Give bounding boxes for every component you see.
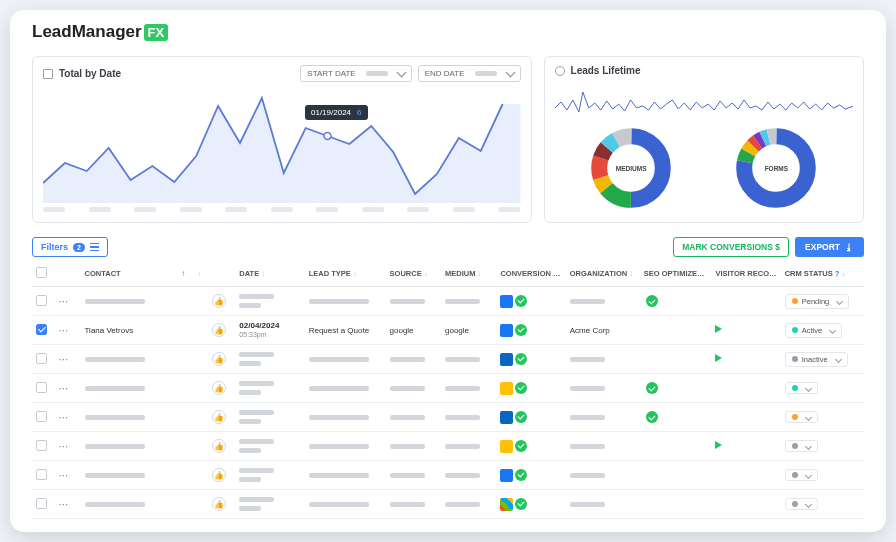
seo-cell xyxy=(640,403,712,432)
thumbs-up-icon[interactable]: 👍 xyxy=(212,468,226,482)
row-menu-icon[interactable]: ··· xyxy=(59,500,69,509)
start-date-select[interactable]: START DATE xyxy=(300,65,411,82)
seo-cell xyxy=(640,490,712,519)
network-icon xyxy=(500,440,513,453)
thumbs-up-icon[interactable]: 👍 xyxy=(212,294,226,308)
row-menu-icon[interactable]: ··· xyxy=(59,442,69,451)
end-date-select[interactable]: END DATE xyxy=(418,65,521,82)
row-menu-icon[interactable]: ··· xyxy=(59,326,69,335)
medium-cell: google xyxy=(441,316,496,345)
status-dot-icon xyxy=(792,298,798,304)
sort-asc-icon[interactable]: ↑ xyxy=(181,269,185,278)
source-cell xyxy=(386,287,441,316)
visitor-cell xyxy=(711,316,780,345)
row-menu-icon[interactable]: ··· xyxy=(59,355,69,364)
topbar: LeadManagerFX xyxy=(10,10,886,50)
table-header: CONTACT ↑ ↓ DATE↓ LEAD TYPE↓ SOURCE↓ MED… xyxy=(32,261,864,287)
seo-cell xyxy=(640,345,712,374)
col-seo[interactable]: SEO OPTIMIZED↓ xyxy=(640,261,712,287)
seo-cell xyxy=(640,374,712,403)
check-icon xyxy=(515,324,527,336)
visitor-cell xyxy=(711,374,780,403)
lead-type-cell xyxy=(305,374,386,403)
org-cell xyxy=(566,374,640,403)
donut-forms: FORMS xyxy=(734,126,818,210)
date-cell xyxy=(235,374,304,403)
row-checkbox[interactable] xyxy=(36,353,47,364)
row-checkbox[interactable] xyxy=(36,469,47,480)
play-icon[interactable] xyxy=(715,441,722,449)
lead-type-cell xyxy=(305,490,386,519)
org-cell xyxy=(566,490,640,519)
row-menu-icon[interactable]: ··· xyxy=(59,413,69,422)
medium-cell xyxy=(441,490,496,519)
org-cell xyxy=(566,461,640,490)
thumbs-up-icon[interactable]: 👍 xyxy=(212,439,226,453)
row-checkbox[interactable] xyxy=(36,324,47,335)
table-row: ··· 👍 Pending xyxy=(32,287,864,316)
org-cell xyxy=(566,345,640,374)
col-conv[interactable]: CONVERSION SYNCED↓ xyxy=(496,261,565,287)
visitor-cell xyxy=(711,403,780,432)
crm-status-select[interactable] xyxy=(785,440,818,452)
crm-status-select[interactable] xyxy=(785,382,818,394)
select-all-checkbox[interactable] xyxy=(36,267,47,278)
col-date[interactable]: DATE↓ xyxy=(235,261,304,287)
source-cell xyxy=(386,403,441,432)
sliders-icon xyxy=(90,243,99,252)
row-checkbox[interactable] xyxy=(36,295,47,306)
row-menu-icon[interactable]: ··· xyxy=(59,471,69,480)
row-checkbox[interactable] xyxy=(36,411,47,422)
medium-cell xyxy=(441,345,496,374)
chevron-down-icon xyxy=(396,68,406,78)
crm-status-select[interactable]: Inactive xyxy=(785,352,848,367)
row-checkbox[interactable] xyxy=(36,382,47,393)
card-title: Total by Date xyxy=(59,68,121,79)
crm-status-select[interactable] xyxy=(785,498,818,510)
org-cell: Acme Corp xyxy=(566,316,640,345)
lead-type-cell xyxy=(305,345,386,374)
crm-status-select[interactable] xyxy=(785,469,818,481)
col-source[interactable]: SOURCE↓ xyxy=(386,261,441,287)
thumbs-up-icon[interactable]: 👍 xyxy=(212,323,226,337)
col-org[interactable]: ORGANIZATION↓ xyxy=(566,261,640,287)
row-checkbox[interactable] xyxy=(36,440,47,451)
thumbs-up-icon[interactable]: 👍 xyxy=(212,497,226,511)
mark-conversions-button[interactable]: MARK CONVERSIONS $ xyxy=(673,237,789,257)
contact-cell: Tiana Vetrovs xyxy=(81,316,176,345)
status-dot-icon xyxy=(792,501,798,507)
status-dot-icon xyxy=(792,385,798,391)
sparkline xyxy=(555,88,853,118)
row-menu-icon[interactable]: ··· xyxy=(59,384,69,393)
row-checkbox[interactable] xyxy=(36,498,47,509)
crm-status-select[interactable]: Active xyxy=(785,323,842,338)
play-icon[interactable] xyxy=(715,354,722,362)
date-cell xyxy=(235,461,304,490)
play-icon[interactable] xyxy=(715,325,722,333)
col-lead[interactable]: LEAD TYPE↓ xyxy=(305,261,386,287)
crm-status-select[interactable]: Pending xyxy=(785,294,850,309)
row-menu-icon[interactable]: ··· xyxy=(59,297,69,306)
line-chart-svg xyxy=(43,88,521,203)
col-visitor[interactable]: VISITOR RECORDING↓ xyxy=(711,261,780,287)
col-contact[interactable]: CONTACT xyxy=(81,261,176,287)
card-leads-lifetime: Leads Lifetime MED xyxy=(544,56,864,223)
thumbs-up-icon[interactable]: 👍 xyxy=(212,352,226,366)
visitor-cell xyxy=(711,461,780,490)
contact-cell xyxy=(81,461,176,490)
thumbs-up-icon[interactable]: 👍 xyxy=(212,381,226,395)
date-cell: 02/04/202405:33pm xyxy=(235,316,304,345)
lead-type-cell xyxy=(305,287,386,316)
toolbar: Filters 2 MARK CONVERSIONS $ EXPORT⭳ xyxy=(10,233,886,261)
export-button[interactable]: EXPORT⭳ xyxy=(795,237,864,257)
sort-desc-icon[interactable]: ↓ xyxy=(197,269,201,278)
col-crm[interactable]: CRM STATUS ?↓ xyxy=(781,261,864,287)
medium-cell xyxy=(441,374,496,403)
col-medium[interactable]: MEDIUM↓ xyxy=(441,261,496,287)
conv-cell xyxy=(496,432,565,461)
seo-cell xyxy=(640,432,712,461)
thumbs-up-icon[interactable]: 👍 xyxy=(212,410,226,424)
filters-button[interactable]: Filters 2 xyxy=(32,237,108,257)
crm-status-select[interactable] xyxy=(785,411,818,423)
contact-cell xyxy=(81,490,176,519)
